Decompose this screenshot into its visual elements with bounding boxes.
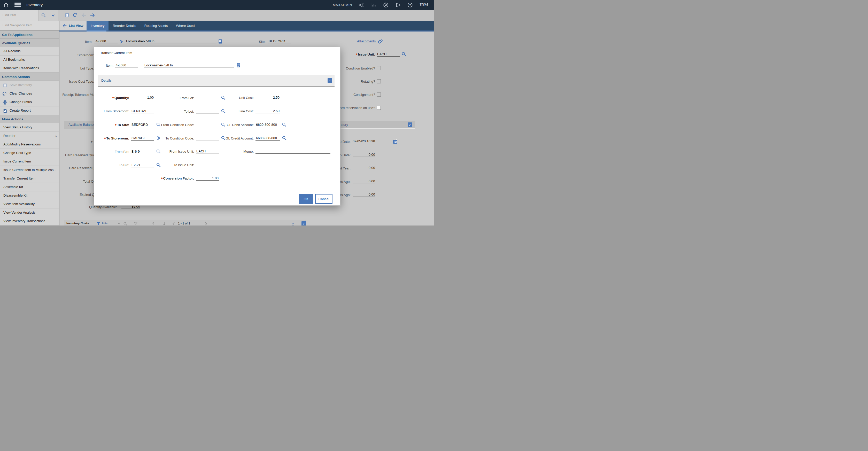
collapse-icon[interactable]: ↙	[408, 123, 412, 127]
profile-icon[interactable]	[383, 2, 389, 8]
field-input[interactable]: CENTRAL	[131, 109, 154, 114]
find-item-input[interactable]: Find Item	[0, 10, 39, 21]
field-input[interactable]: 1.00	[196, 176, 219, 181]
sidebar-item-all-bookmarks[interactable]: All Bookmarks	[0, 56, 59, 64]
sidebar-item-all-records[interactable]: All Records	[0, 47, 59, 56]
sidebar-item-view-vendor-analysis[interactable]: View Vendor Analysis	[0, 208, 59, 217]
sidebar-item-reorder[interactable]: Reorder▸	[0, 132, 59, 140]
field-input[interactable]	[255, 149, 331, 154]
sidebar-item-view-item-availability[interactable]: View Item Availability	[0, 200, 59, 208]
tab-reorder-details[interactable]: Reorder Details	[108, 21, 140, 30]
sidebar-item-issue-current-item-to-multiple-ass[interactable]: Issue Current Item to Multiple Ass...	[0, 166, 59, 174]
field-to-storeroom: ✱To Storeroom:GARAGE	[100, 136, 161, 140]
collapse-icon[interactable]: ↙	[328, 78, 332, 83]
ok-button[interactable]: OK	[299, 194, 313, 204]
help-icon[interactable]: ?	[407, 2, 413, 8]
sidebar-item-transfer-current-item[interactable]: Transfer Current Item	[0, 174, 59, 183]
long-description-icon[interactable]	[236, 63, 241, 68]
maximize-icon[interactable]: ↙	[302, 221, 306, 226]
filter-label[interactable]: Filter	[102, 222, 109, 225]
field-input[interactable]	[196, 162, 219, 167]
field-input[interactable]: 2.50	[255, 95, 280, 100]
item-field[interactable]: 4-L080	[115, 63, 138, 68]
long-description-icon[interactable]	[218, 39, 223, 44]
filter-icon[interactable]	[96, 222, 100, 226]
sidebar-item-create-report[interactable]: Create Report	[0, 106, 59, 115]
item-description-field[interactable]: Lockwasher- 5/8 In	[126, 39, 216, 43]
sidebar-item-view-status-history[interactable]: View Status History	[0, 123, 59, 132]
sidebar-section-go-to-applications[interactable]: Go To Applications	[0, 30, 59, 39]
field-input[interactable]	[196, 123, 219, 127]
calendar-icon[interactable]	[393, 139, 398, 144]
field-input[interactable]: 6600-800-800	[255, 136, 280, 140]
field-input[interactable]: 2.50	[255, 109, 280, 114]
find-navigation-input[interactable]: Find Navigation Item	[0, 21, 59, 30]
tab-list-view[interactable]: List View	[59, 21, 87, 30]
previous-page-icon[interactable]	[172, 222, 176, 226]
sidebar-item-items-with-reservations[interactable]: Items with Reservations	[0, 64, 59, 72]
field-input[interactable]	[196, 109, 219, 114]
home-icon[interactable]	[3, 2, 9, 8]
field-input[interactable]: EACH	[196, 149, 219, 154]
sidebar-section-available-queries[interactable]: Available Queries	[0, 39, 59, 47]
next-page-icon[interactable]	[204, 222, 208, 226]
field-input[interactable]	[196, 96, 219, 100]
item-description-field[interactable]: Lockwasher- 5/8 In	[144, 63, 234, 68]
bg-field-rs-ago: 0.00	[352, 192, 375, 197]
undo-icon	[3, 91, 7, 96]
item-detail-chevron-icon[interactable]	[119, 39, 123, 44]
sign-out-icon[interactable]	[395, 2, 401, 8]
field-input[interactable]	[196, 136, 219, 140]
download-icon[interactable]	[291, 222, 295, 226]
undo-icon[interactable]	[73, 13, 78, 18]
field-label: From Bin:	[100, 150, 129, 154]
sidebar-item-change-status[interactable]: Change Status	[0, 98, 59, 106]
field-input[interactable]: 1.00	[131, 95, 154, 100]
field-label: ✱Quantity:	[100, 96, 129, 100]
clear-filter-icon[interactable]	[133, 222, 138, 226]
menu-icon[interactable]	[14, 3, 21, 7]
details-section-header[interactable]: Details ↙	[98, 75, 335, 87]
field-input[interactable]: 6620-800-800	[255, 123, 280, 127]
tab-where-used[interactable]: Where Used	[172, 21, 199, 30]
field-input[interactable]: E2-21	[131, 163, 154, 167]
sidebar-item-change-cost-type[interactable]: Change Cost Type	[0, 149, 59, 157]
field-input[interactable]: BEDFORD	[131, 123, 154, 127]
search-icon[interactable]	[123, 222, 127, 226]
search-icon[interactable]	[282, 122, 287, 127]
cancel-button[interactable]: Cancel	[315, 194, 333, 204]
site-field[interactable]: BEDFORD	[268, 39, 291, 43]
sidebar-item-disassemble-kit[interactable]: Disassemble Kit	[0, 191, 59, 200]
sidebar-item-add-modify-reservations[interactable]: Add/Modify Reservations	[0, 140, 59, 149]
field-label: Unit Cost:	[217, 96, 254, 100]
sidebar-section-more-actions[interactable]: More Actions	[0, 115, 59, 123]
tab-inventory[interactable]: Inventory	[87, 21, 108, 30]
sidebar-item-label: Save Inventory	[9, 81, 32, 89]
search-icon[interactable]	[282, 136, 287, 140]
next-record-icon[interactable]	[90, 13, 95, 18]
move-up-icon[interactable]	[151, 222, 155, 226]
bg-field-o-date: 0.00	[352, 153, 375, 157]
sidebar-item-view-inventory-transactions[interactable]: View Inventory Transactions	[0, 217, 59, 226]
expand-filter-chevron-icon[interactable]	[117, 222, 121, 226]
search-icon[interactable]	[401, 52, 406, 57]
advanced-search-dropdown[interactable]	[48, 10, 58, 21]
chart-icon[interactable]	[371, 2, 376, 8]
sidebar-section-common-actions[interactable]: Common Actions	[0, 72, 59, 81]
search-button[interactable]	[39, 10, 48, 21]
attachments-link[interactable]: Attachments	[357, 39, 376, 43]
sidebar-item-issue-current-item[interactable]: Issue Current Item	[0, 157, 59, 166]
checkbox-hard-reservation-on-use[interactable]	[377, 106, 381, 110]
section-label: story	[341, 121, 348, 129]
paperclip-icon[interactable]	[378, 39, 383, 44]
field-input[interactable]: B-6-9	[131, 149, 154, 154]
item-field[interactable]: 4-L080	[94, 39, 118, 43]
field-input[interactable]: GARAGE	[131, 136, 154, 140]
sidebar-item-clear-changes[interactable]: Clear Changes	[0, 89, 59, 98]
move-down-icon[interactable]	[162, 222, 166, 226]
field-label: To Issue Unit:	[158, 163, 194, 167]
sidebar-item-assemble-kit[interactable]: Assemble Kit	[0, 183, 59, 191]
tab-rotating-assets[interactable]: Rotating Assets	[140, 21, 172, 30]
issue-unit-field[interactable]: EACH	[377, 52, 400, 57]
announcement-icon[interactable]	[359, 2, 364, 8]
